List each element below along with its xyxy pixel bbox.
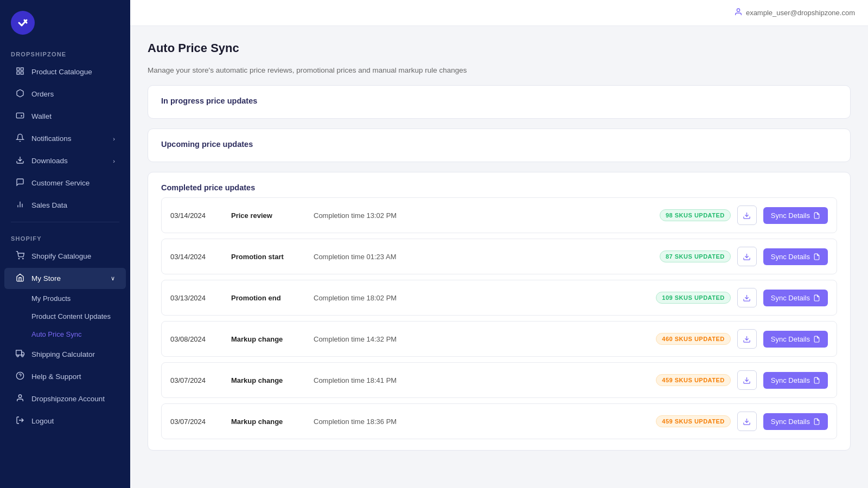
completed-section: Completed price updates 03/14/2024 Price… xyxy=(148,172,851,451)
sidebar-item-label: Orders xyxy=(31,90,54,98)
sidebar-item-orders[interactable]: Orders xyxy=(4,84,126,105)
chevron-right-icon: › xyxy=(113,136,115,142)
wallet-icon xyxy=(15,111,25,121)
sync-details-button[interactable]: Sync Details xyxy=(763,331,828,348)
download-button[interactable] xyxy=(737,288,757,307)
status-badge: 460 SKUS UPDATED xyxy=(656,333,730,345)
row-type: Promotion end xyxy=(231,294,307,302)
svg-marker-11 xyxy=(22,352,24,355)
user-avatar-icon xyxy=(734,8,743,18)
completed-rows-container: 03/14/2024 Price review Completion time … xyxy=(161,197,837,439)
completed-title: Completed price updates xyxy=(161,183,837,192)
logout-icon xyxy=(15,416,25,426)
row-date: 03/08/2024 xyxy=(170,335,225,343)
sidebar-logo xyxy=(0,0,130,43)
row-type: Price review xyxy=(231,211,307,220)
table-row: 03/08/2024 Markup change Completion time… xyxy=(161,321,837,357)
row-date: 03/14/2024 xyxy=(170,211,225,220)
row-completion: Completion time 18:36 PM xyxy=(314,418,649,426)
sync-details-button[interactable]: Sync Details xyxy=(763,207,828,224)
row-completion: Completion time 01:23 AM xyxy=(314,253,653,261)
help-icon xyxy=(15,371,25,382)
bell-icon xyxy=(15,133,25,144)
sidebar-item-label: Customer Service xyxy=(31,179,90,187)
logo-icon xyxy=(11,11,35,35)
sidebar-item-downloads[interactable]: Downloads › xyxy=(4,150,126,171)
sidebar-item-label: My Store xyxy=(31,274,61,282)
sidebar-item-label: Notifications xyxy=(31,134,72,143)
svg-point-12 xyxy=(17,355,18,357)
download-button[interactable] xyxy=(737,206,757,225)
upcoming-title: Upcoming price updates xyxy=(161,140,837,149)
sidebar-item-customer-service[interactable]: Customer Service xyxy=(4,172,126,194)
user-email: example_user@dropshipzone.com xyxy=(746,9,855,17)
sidebar-item-label: Sales Data xyxy=(31,201,67,209)
sidebar-item-label: Dropshipzone Account xyxy=(31,395,105,403)
sidebar-item-help-support[interactable]: Help & Support xyxy=(4,366,126,387)
sidebar-sub-product-content-updates[interactable]: Product Content Updates xyxy=(4,308,126,325)
download-button[interactable] xyxy=(737,329,757,349)
table-row: 03/07/2024 Markup change Completion time… xyxy=(161,362,837,398)
row-completion: Completion time 13:02 PM xyxy=(314,211,653,220)
row-completion: Completion time 14:32 PM xyxy=(314,335,649,343)
svg-point-9 xyxy=(23,258,23,259)
topbar: example_user@dropshipzone.com xyxy=(130,0,868,26)
truck-icon xyxy=(15,349,25,359)
svg-point-13 xyxy=(22,355,23,357)
svg-rect-3 xyxy=(21,72,23,74)
in-progress-section: In progress price updates xyxy=(148,85,851,119)
download-icon xyxy=(15,156,25,166)
sidebar: DROPSHIPZONE Product Catalogue Orders Wa… xyxy=(0,0,130,488)
store-icon xyxy=(15,273,25,284)
main-content: example_user@dropshipzone.com Auto Price… xyxy=(130,0,868,488)
sidebar-item-notifications[interactable]: Notifications › xyxy=(4,128,126,149)
table-row: 03/14/2024 Price review Completion time … xyxy=(161,197,837,233)
sidebar-item-product-catalogue[interactable]: Product Catalogue xyxy=(4,61,126,82)
download-button[interactable] xyxy=(737,370,757,390)
sync-details-button[interactable]: Sync Details xyxy=(763,248,828,265)
row-type: Markup change xyxy=(231,335,307,343)
row-date: 03/13/2024 xyxy=(170,294,225,302)
row-date: 03/07/2024 xyxy=(170,418,225,426)
sidebar-sub-label: Auto Price Sync xyxy=(31,330,82,338)
sidebar-item-shopify-catalogue[interactable]: Shopify Catalogue xyxy=(4,246,126,267)
sidebar-sub-label: My Products xyxy=(31,294,71,303)
download-button[interactable] xyxy=(737,412,757,431)
svg-rect-4 xyxy=(16,113,23,118)
sidebar-item-label: Help & Support xyxy=(31,373,81,381)
svg-rect-2 xyxy=(17,72,20,74)
svg-point-8 xyxy=(18,258,19,259)
status-badge: 98 SKUS UPDATED xyxy=(660,209,731,221)
table-row: 03/13/2024 Promotion end Completion time… xyxy=(161,280,837,316)
dropshipzone-section-label: DROPSHIPZONE xyxy=(0,43,130,61)
table-row: 03/07/2024 Markup change Completion time… xyxy=(161,403,837,439)
sidebar-item-wallet[interactable]: Wallet xyxy=(4,106,126,127)
sidebar-item-sales-data[interactable]: Sales Data xyxy=(4,195,126,216)
sync-details-button[interactable]: Sync Details xyxy=(763,413,828,430)
status-badge: 109 SKUS UPDATED xyxy=(656,292,730,304)
download-button[interactable] xyxy=(737,247,757,266)
sync-details-button[interactable]: Sync Details xyxy=(763,290,828,306)
sidebar-sub-auto-price-sync[interactable]: Auto Price Sync xyxy=(4,326,126,343)
sidebar-item-shipping-calculator[interactable]: Shipping Calculator xyxy=(4,344,126,365)
svg-point-16 xyxy=(737,9,739,11)
page-title: Auto Price Sync xyxy=(148,41,851,55)
sidebar-divider xyxy=(11,222,119,222)
page-content: Auto Price Sync Manage your store's auto… xyxy=(130,26,868,488)
sidebar-sub-my-products[interactable]: My Products xyxy=(4,290,126,307)
row-type: Promotion start xyxy=(231,253,307,261)
sidebar-item-dropshipzone-account[interactable]: Dropshipzone Account xyxy=(4,388,126,409)
svg-rect-0 xyxy=(17,68,20,70)
table-row: 03/14/2024 Promotion start Completion ti… xyxy=(161,239,837,274)
status-badge: 459 SKUS UPDATED xyxy=(656,415,730,427)
sidebar-item-label: Downloads xyxy=(31,157,68,165)
row-date: 03/07/2024 xyxy=(170,376,225,384)
svg-point-15 xyxy=(18,395,21,397)
sidebar-item-my-store[interactable]: My Store ∨ xyxy=(4,268,126,289)
row-type: Markup change xyxy=(231,418,307,426)
svg-rect-10 xyxy=(16,350,22,355)
chevron-down-icon: ∨ xyxy=(111,275,115,282)
sidebar-item-logout[interactable]: Logout xyxy=(4,410,126,432)
sync-details-button[interactable]: Sync Details xyxy=(763,372,828,389)
svg-rect-1 xyxy=(21,68,23,70)
